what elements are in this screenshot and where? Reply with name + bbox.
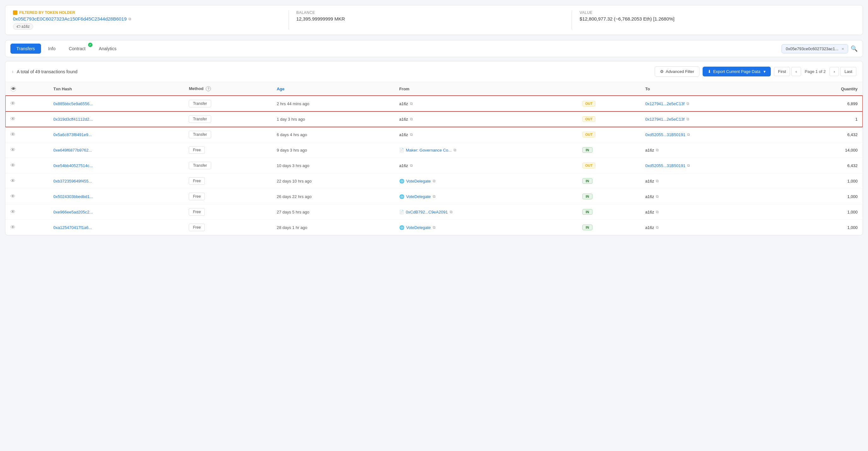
row-eye-icon[interactable]: 👁: [5, 143, 48, 158]
txn-link[interactable]: 0xb372359649f455...: [53, 179, 92, 183]
row-eye-icon[interactable]: 👁: [5, 112, 48, 127]
balance-section: BALANCE 12,395.99999999 MKR: [289, 10, 572, 30]
from-cell: a16z⧉: [399, 117, 572, 122]
txn-link[interactable]: 0x885bbc5e9a6556...: [53, 101, 93, 106]
row-from: a16z⧉: [394, 96, 577, 112]
to-link[interactable]: 0xd52055...31B50191: [645, 163, 685, 168]
table-row: 👁0xe966ee5ad205c2...Free27 days 5 hrs ag…: [5, 204, 863, 220]
row-direction: OUT: [577, 96, 640, 112]
method-badge: Free: [189, 177, 205, 185]
txn-link[interactable]: 0xe649f6877b9762...: [53, 148, 92, 153]
row-age: 2 hrs 44 mins ago: [272, 96, 394, 112]
tab-info[interactable]: Info: [42, 43, 62, 54]
copy-to-icon[interactable]: ⧉: [686, 117, 689, 121]
address-link[interactable]: 0x05E793cE0C6027323Ac150F6d45C2344d28B60…: [13, 16, 127, 22]
method-badge: Transfer: [189, 115, 211, 123]
copy-to-icon[interactable]: ⧉: [656, 210, 659, 214]
copy-from-icon[interactable]: ⧉: [410, 101, 413, 106]
tab-analytics[interactable]: Analytics: [93, 43, 122, 54]
copy-from-icon[interactable]: ⧉: [454, 148, 457, 152]
copy-from-icon[interactable]: ⧉: [433, 194, 436, 199]
copy-to-icon[interactable]: ⧉: [656, 225, 659, 230]
copy-to-icon[interactable]: ⧉: [687, 163, 690, 168]
row-quantity: 1,000: [790, 189, 863, 204]
tab-transfers[interactable]: Transfers: [10, 43, 41, 54]
row-eye-icon[interactable]: 👁: [5, 189, 48, 204]
balance-label: BALANCE: [297, 10, 564, 15]
txn-link[interactable]: 0xe54bb40527514c...: [53, 163, 93, 168]
from-link[interactable]: VoteDelegate: [406, 179, 431, 183]
row-eye-icon[interactable]: 👁: [5, 158, 48, 173]
txn-link[interactable]: 0x319d3cff41112d2...: [53, 117, 93, 122]
copy-to-icon[interactable]: ⧉: [656, 148, 659, 152]
copy-to-icon[interactable]: ⧉: [656, 194, 659, 199]
row-eye-icon[interactable]: 👁: [5, 96, 48, 112]
sort-icon: ↕: [12, 69, 13, 74]
to-link[interactable]: 0x127941...2e5eC13f: [645, 117, 684, 122]
next-page-button[interactable]: ›: [830, 67, 839, 76]
to-cell: a16z⧉: [645, 194, 785, 199]
from-cell: 🌐VoteDelegate⧉: [399, 179, 572, 183]
row-eye-icon[interactable]: 👁: [5, 173, 48, 189]
contract-verified-icon: [88, 42, 92, 47]
col-method: Method ?: [184, 82, 272, 96]
from-link[interactable]: Maker: Governance Co...: [406, 148, 452, 153]
from-cell: 📄0xCdB792...C9eA2091⧉: [399, 210, 572, 214]
prev-page-button[interactable]: ‹: [791, 67, 801, 76]
search-badge-text: 0x05e793ce0c6027323ac1...: [786, 47, 838, 51]
row-method: Transfer: [184, 127, 272, 143]
copy-from-icon[interactable]: ⧉: [433, 225, 436, 230]
export-button[interactable]: ⬇ Export Current Page Data ▾: [703, 67, 771, 77]
search-button[interactable]: 🔍: [850, 45, 858, 52]
to-cell: a16z⧉: [645, 148, 785, 153]
filtered-label: FILTERED BY TOKEN HOLDER: [13, 10, 281, 15]
row-eye-icon[interactable]: 👁: [5, 127, 48, 143]
from-link[interactable]: VoteDelegate: [406, 225, 431, 230]
method-badge: Free: [189, 208, 205, 216]
first-page-button[interactable]: First: [774, 67, 790, 76]
to-cell: a16z⧉: [645, 210, 785, 214]
col-txn-hash: Txn Hash: [48, 82, 184, 96]
row-to: a16z⧉: [640, 220, 790, 235]
value-section: VALUE $12,800,977.32 (~6,768.2053 Eth) […: [572, 10, 855, 30]
table-row: 👁0x5a6c873f8491e9...Transfer6 days 4 hrs…: [5, 127, 863, 143]
value-value: $12,800,977.32 (~6,768.2053 Eth) [1.2680…: [580, 16, 847, 22]
page-info: Page 1 of 2: [802, 69, 829, 74]
last-page-button[interactable]: Last: [840, 67, 856, 76]
row-quantity: 14,000: [790, 143, 863, 158]
copy-to-icon[interactable]: ⧉: [686, 101, 689, 106]
method-badge: Free: [189, 193, 205, 200]
copy-from-icon[interactable]: ⧉: [410, 132, 413, 137]
direction-badge: OUT: [582, 116, 595, 122]
method-badge: Transfer: [189, 100, 211, 108]
row-txn-hash: 0x319d3cff41112d2...: [48, 112, 184, 127]
copy-to-icon[interactable]: ⧉: [656, 179, 659, 183]
to-link[interactable]: 0xd52055...31B50191: [645, 132, 685, 137]
method-info-icon[interactable]: ?: [206, 86, 211, 91]
age-text: 22 days 10 hrs ago: [277, 179, 312, 183]
row-eye-icon[interactable]: 👁: [5, 220, 48, 235]
advanced-filter-button[interactable]: ⚙ Advanced Filter: [655, 66, 700, 77]
method-badge: Transfer: [189, 162, 211, 169]
tab-contract[interactable]: Contract: [63, 43, 92, 54]
from-link[interactable]: 0xCdB792...C9eA2091: [406, 210, 448, 214]
copy-to-icon[interactable]: ⧉: [687, 132, 690, 137]
copy-address-icon[interactable]: ⧉: [128, 17, 131, 21]
copy-from-icon[interactable]: ⧉: [410, 163, 413, 168]
copy-from-icon[interactable]: ⧉: [433, 179, 436, 183]
row-method: Free: [184, 189, 272, 204]
row-eye-icon[interactable]: 👁: [5, 204, 48, 220]
from-link[interactable]: VoteDelegate: [406, 194, 431, 199]
txn-link[interactable]: 0x5a6c873f8491e9...: [53, 132, 92, 137]
tag-icon: 🏷: [17, 24, 20, 29]
txn-link[interactable]: 0x5024303bbedbd1...: [53, 194, 93, 199]
txn-link[interactable]: 0xa125470417f1a6...: [53, 225, 92, 230]
to-link[interactable]: 0x127941...2e5eC13f: [645, 101, 684, 106]
copy-from-icon[interactable]: ⧉: [450, 210, 453, 214]
search-badge-close-icon[interactable]: ×: [841, 47, 844, 51]
from-cell: 📄Maker: Governance Co...⧉: [399, 148, 572, 153]
direction-badge: IN: [582, 224, 592, 230]
txn-link[interactable]: 0xe966ee5ad205c2...: [53, 210, 93, 214]
row-direction: IN: [577, 173, 640, 189]
copy-from-icon[interactable]: ⧉: [410, 117, 413, 121]
